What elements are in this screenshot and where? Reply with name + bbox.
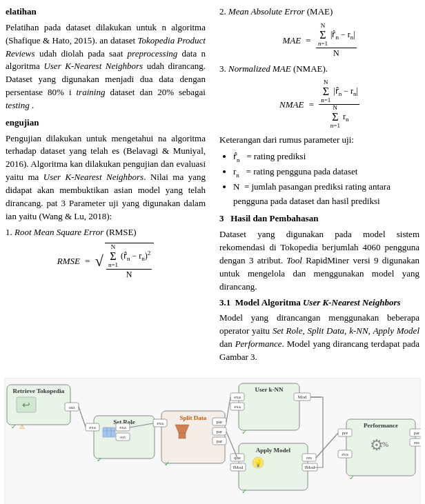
svg-text:lMod: lMod <box>304 465 315 470</box>
pelatihan-p1: Pelatihan pada dataset dilakukan untuk n… <box>6 21 206 112</box>
svg-text:User k-NN: User k-NN <box>255 386 284 393</box>
keterangan-rhat: r̂n = rating prediksi <box>233 150 419 165</box>
keterangan-list: r̂n = rating prediksi rn = rating penggu… <box>219 150 419 209</box>
svg-rect-13 <box>103 427 115 437</box>
pengujian-p1: Pengujian dilakukan untuk mengetahui na … <box>6 132 206 223</box>
svg-text:✓: ✓ <box>241 487 247 495</box>
subsection31-p1: Model yang dirancangan menggunakan beber… <box>219 312 419 363</box>
mae-formula: MAE = N Σ n=1 |r̂n − rn| N <box>219 23 419 59</box>
split-data-node: Split Data exa par par par ✓ <box>153 411 226 467</box>
svg-text:exa: exa <box>89 425 97 430</box>
pengujian-title: engujian <box>6 117 39 128</box>
svg-text:eva: eva <box>342 452 349 457</box>
param1-label: 1. Root Mean Square Error (RMSE) <box>6 226 206 239</box>
svg-text:par: par <box>414 430 421 436</box>
svg-text:res: res <box>414 440 419 445</box>
svg-text:💡: 💡 <box>254 458 263 467</box>
svg-text:Performance: Performance <box>364 422 398 429</box>
diagram-section: Retrieve Tokopedia ↩ out ✓ ⚠ Set Role ex… <box>0 372 425 504</box>
svg-text:out: out <box>69 405 75 410</box>
svg-text:✓: ✓ <box>11 423 17 430</box>
performance-node: Performance pre ⚙ % par res eva ✓ <box>338 419 421 481</box>
svg-text:Mod: Mod <box>297 394 307 400</box>
keterangan-r: rn = rating pengguna pada dataset <box>233 165 419 180</box>
svg-text:✓: ✓ <box>241 428 247 436</box>
subsection31-heading: 3.1 Model Algoritma User K-Nearest Neigh… <box>219 296 419 310</box>
set-role-node: Set Role exa exa ori ✓ <box>86 416 155 463</box>
svg-text:par: par <box>217 419 224 425</box>
left-column: elatihan Pelatihan pada dataset dilakuka… <box>0 0 212 372</box>
svg-text:exa: exa <box>234 404 241 410</box>
svg-text:res: res <box>306 455 312 461</box>
right-column: 2. Mean Absolute Error (MAE) MAE = N Σ n… <box>212 0 425 372</box>
svg-text:Split Data: Split Data <box>180 414 207 421</box>
svg-text:lMod: lMod <box>233 465 244 470</box>
pelatihan-title: elatihan <box>6 6 37 17</box>
svg-text:Apply Model: Apply Model <box>256 447 291 454</box>
keterangan-n: N = jumlah pasangan prediksi rating anta… <box>233 180 419 209</box>
rmse-formula: RMSE = √ N Σ n=1 <box>6 243 206 280</box>
diagram-svg: Retrieve Tokopedia ↩ out ✓ ⚠ Set Role ex… <box>4 378 421 504</box>
section3-heading: 3 Hasil dan Pembahasan <box>219 212 419 225</box>
apply-model-node: Apply Model que lMod 💡 res lMod ✓ <box>230 443 317 495</box>
param3-label: 3. Normalized MAE (NMAE). <box>219 63 419 76</box>
svg-text:par: par <box>217 439 224 444</box>
retrieve-node: Retrieve Tokopedia ↩ out ✓ ⚠ <box>7 385 79 430</box>
param2-label: 2. Mean Absolute Error (MAE) <box>219 6 419 19</box>
keterangan-title: Keterangan dari rumus parameter uji: <box>219 134 419 147</box>
section-pengujian: engujian Pengujian dilakukan untuk menge… <box>6 117 206 280</box>
svg-text:⚙: ⚙ <box>370 436 384 454</box>
svg-text:↩: ↩ <box>22 400 30 410</box>
svg-text:exa: exa <box>234 394 241 400</box>
svg-text:ori: ori <box>120 434 126 440</box>
svg-text:⚠: ⚠ <box>19 423 25 430</box>
nmae-formula: NMAE = N Σ n=1 |r̂n − rn| N <box>219 79 419 130</box>
svg-text:✓: ✓ <box>97 456 102 463</box>
user-knn-node: User k-NN exa exa Mod ✓ <box>230 383 310 436</box>
svg-text:%: % <box>382 440 388 448</box>
svg-text:✓: ✓ <box>164 460 170 467</box>
svg-text:par: par <box>217 429 224 434</box>
svg-rect-27 <box>179 433 186 439</box>
svg-text:exa: exa <box>157 421 164 426</box>
svg-text:Retrieve Tokopedia: Retrieve Tokopedia <box>13 387 65 394</box>
svg-text:✓: ✓ <box>349 474 355 481</box>
svg-text:exa: exa <box>119 425 127 430</box>
section-pelatihan: elatihan Pelatihan pada dataset dilakuka… <box>6 6 206 112</box>
section3-p1: Dataset yang digunakan pada model sistem… <box>219 228 419 293</box>
svg-text:pre: pre <box>342 430 348 436</box>
